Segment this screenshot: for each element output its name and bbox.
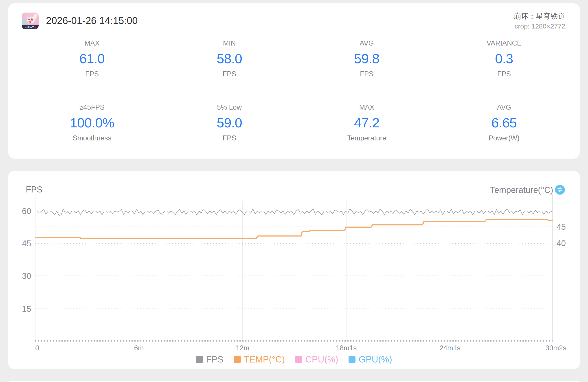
stat-label: VARIANCE (435, 39, 573, 47)
game-title: 崩坏：星穹铁道 (513, 11, 565, 21)
legend-item-cpu[interactable]: CPU(%) (295, 354, 338, 364)
app-icon-brand-text: miHoYo (25, 26, 36, 29)
svg-text:60: 60 (22, 207, 31, 216)
stat-unit: FPS (435, 70, 573, 78)
stat-avg-power: AVG 6.65 Power(W) (435, 103, 573, 142)
legend-label: FPS (206, 354, 224, 364)
stat-max-temperature: MAX 47.2 Temperature (298, 103, 435, 142)
crop-info: crop: 1280×2772 (513, 22, 565, 31)
temp-legend-swatch (234, 356, 241, 363)
legend-item-temp[interactable]: TEMP(°C) (234, 354, 285, 364)
game-app-icon[interactable]: miHoYo (22, 13, 39, 29)
stat-label: MIN (161, 39, 298, 47)
cpu-legend-swatch (295, 356, 302, 363)
svg-text:6m: 6m (134, 344, 144, 352)
stat-value: 6.65 (435, 115, 573, 131)
stat-value: 0.3 (435, 51, 573, 66)
legend-label: TEMP(°C) (244, 354, 285, 364)
stat-min-fps: MIN 58.0 FPS (161, 39, 298, 78)
stat-label: MAX (23, 39, 161, 47)
app-icon-brand-band: miHoYo (22, 25, 39, 29)
stat-unit: Smoothness (23, 134, 161, 142)
stat-value: 100.0% (23, 115, 161, 131)
fps-legend-swatch (196, 356, 203, 363)
svg-text:0: 0 (35, 344, 39, 352)
stat-5pct-low: 5% Low 59.0 FPS (161, 103, 298, 142)
legend-item-gpu[interactable]: GPU(%) (349, 354, 392, 364)
svg-text:30: 30 (22, 271, 31, 281)
stat-value: 59.0 (161, 115, 298, 131)
stat-variance-fps: VARIANCE 0.3 FPS (435, 39, 573, 78)
app-icon-art (31, 18, 33, 21)
record-timestamp: 2026-01-26 14:15:00 (46, 15, 138, 26)
stat-value: 47.2 (298, 115, 435, 131)
stat-avg-fps: AVG 59.8 FPS (298, 39, 435, 78)
svg-text:15: 15 (22, 304, 31, 314)
stat-unit: Power(W) (435, 134, 573, 142)
legend-label: CPU(%) (305, 354, 338, 364)
svg-text:45: 45 (22, 239, 31, 248)
stat-value: 59.8 (298, 51, 435, 66)
svg-text:30m2s: 30m2s (545, 344, 566, 352)
stat-unit: FPS (161, 134, 298, 142)
stat-unit: Temperature (298, 134, 435, 142)
stat-unit: FPS (161, 70, 298, 78)
next-card-top-edge (8, 381, 580, 382)
chart-legend: FPS TEMP(°C) CPU(%) GPU(%) (8, 354, 580, 364)
stat-label: MAX (298, 103, 435, 111)
performance-line-chart[interactable]: 60453015454006m12m18m1s24m1s30m2s (8, 171, 580, 369)
stat-label: AVG (298, 39, 435, 47)
stats-grid: MAX 61.0 FPS MIN 58.0 FPS AVG 59.8 FPS V… (23, 39, 573, 142)
stat-unit: FPS (23, 70, 161, 78)
gpu-legend-swatch (349, 356, 356, 363)
stat-value: 58.0 (161, 51, 298, 66)
legend-item-fps[interactable]: FPS (196, 354, 224, 364)
stat-value: 61.0 (23, 51, 161, 66)
stat-label: ≥45FPS (23, 103, 161, 111)
stat-smoothness: ≥45FPS 100.0% Smoothness (23, 103, 161, 142)
svg-text:45: 45 (557, 222, 566, 231)
fps-temperature-chart-card: FPS Temperature(°C) 60453015454006m12m18… (8, 171, 580, 369)
summary-card: miHoYo 2026-01-26 14:15:00 崩坏：星穹铁道 crop:… (8, 3, 580, 159)
stat-label: AVG (435, 103, 573, 111)
svg-text:18m1s: 18m1s (336, 344, 357, 352)
svg-text:12m: 12m (236, 344, 249, 352)
stat-max-fps: MAX 61.0 FPS (23, 39, 161, 78)
stat-label: 5% Low (161, 103, 298, 111)
legend-label: GPU(%) (359, 354, 392, 364)
svg-text:24m1s: 24m1s (440, 344, 460, 352)
stat-unit: FPS (298, 70, 435, 78)
svg-text:40: 40 (557, 239, 566, 248)
